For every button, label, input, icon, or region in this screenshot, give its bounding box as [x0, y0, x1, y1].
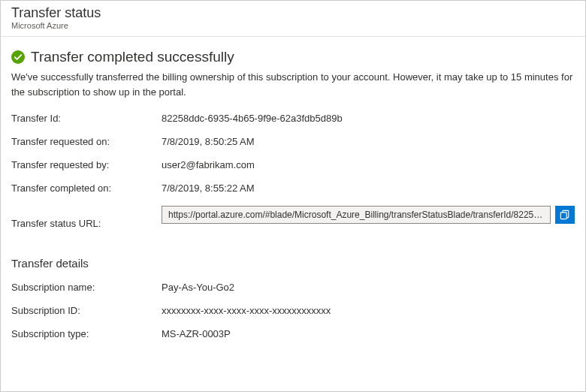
field-requested-by: Transfer requested by: user2@fabrikam.co…: [11, 159, 575, 170]
copy-url-button[interactable]: [555, 206, 575, 224]
field-transfer-id: Transfer Id: 82258ddc-6935-4b65-9f9e-62a…: [11, 113, 575, 124]
field-label: Subscription name:: [11, 282, 162, 293]
field-label: Transfer requested by:: [11, 159, 162, 170]
field-label: Transfer requested on:: [11, 136, 162, 147]
field-status-url: Transfer status URL:: [11, 206, 575, 240]
field-value: MS-AZR-0003P: [162, 328, 231, 339]
field-value: 82258ddc-6935-4b65-9f9e-62a3fdb5d89b: [162, 113, 343, 124]
status-description: We've successfully transferred the billi…: [11, 70, 575, 99]
status-url-input[interactable]: [162, 206, 551, 224]
field-label: Transfer completed on:: [11, 182, 162, 194]
content-area: Transfer completed successfully We've su…: [1, 37, 585, 363]
field-value: user2@fabrikam.com: [162, 159, 255, 170]
svg-rect-2: [560, 213, 566, 219]
field-label: Transfer Id:: [11, 113, 162, 124]
field-label: Subscription ID:: [11, 305, 162, 316]
field-subscription-id: Subscription ID: xxxxxxxx-xxxx-xxxx-xxxx…: [11, 305, 575, 316]
svg-point-0: [11, 50, 25, 64]
field-value: Pay-As-You-Go2: [162, 282, 234, 293]
status-row: Transfer completed successfully: [11, 49, 575, 65]
field-completed-on: Transfer completed on: 7/8/2019, 8:55:22…: [11, 182, 575, 194]
transfer-details-heading: Transfer details: [11, 257, 575, 270]
field-value: 7/8/2019, 8:55:22 AM: [162, 182, 255, 194]
page-title: Transfer status: [11, 5, 575, 21]
field-subscription-type: Subscription type: MS-AZR-0003P: [11, 328, 575, 339]
page-subtitle: Microsoft Azure: [11, 21, 575, 30]
field-label: Subscription type:: [11, 328, 162, 339]
copy-icon: [560, 210, 570, 220]
success-check-icon: [11, 50, 25, 64]
field-requested-on: Transfer requested on: 7/8/2019, 8:50:25…: [11, 136, 575, 147]
field-subscription-name: Subscription name: Pay-As-You-Go2: [11, 282, 575, 293]
page-header: Transfer status Microsoft Azure: [1, 1, 585, 37]
field-label: Transfer status URL:: [11, 218, 162, 229]
status-heading: Transfer completed successfully: [31, 49, 234, 65]
field-value: xxxxxxxx-xxxx-xxxx-xxxx-xxxxxxxxxxxx: [162, 305, 331, 316]
field-value: 7/8/2019, 8:50:25 AM: [162, 136, 255, 147]
